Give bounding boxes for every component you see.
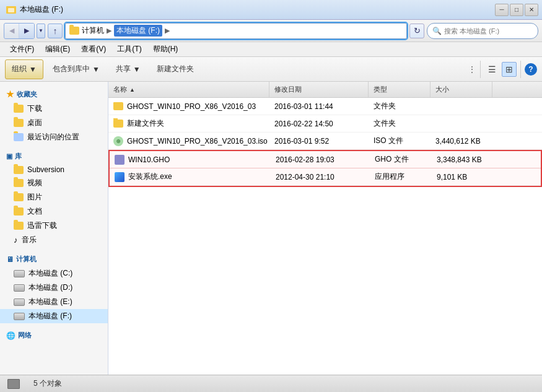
sidebar-item-recent[interactable]: 最近访问的位置 <box>0 130 108 144</box>
music-icon: ♪ <box>14 235 18 245</box>
toolbar: 组织 ▼ 包含到库中 ▼ 共享 ▼ 新建文件夹 ⋮ ☰ ⊞ ? <box>0 57 542 82</box>
menu-view[interactable]: 查看(V) <box>76 43 111 56</box>
up-button[interactable]: ↑ <box>48 24 63 38</box>
drive-icon <box>14 270 25 277</box>
nav-dropdown-button[interactable]: ▼ <box>37 24 45 38</box>
help-button[interactable]: ? <box>525 63 537 76</box>
sidebar-network-title[interactable]: 🌐 网络 <box>0 328 108 342</box>
sidebar-item-video[interactable]: 视频 <box>0 176 108 190</box>
forward-button[interactable]: ▶ <box>19 24 34 38</box>
toolbar-separator-2 <box>520 61 521 78</box>
sidebar-item-desktop[interactable]: 桌面 <box>0 116 108 130</box>
col-header-size[interactable]: 大小 <box>431 82 492 97</box>
folder-icon <box>14 119 24 127</box>
network-icon: 🌐 <box>6 331 15 340</box>
include-library-arrow: ▼ <box>92 65 100 74</box>
file-type-cell: ISO 文件 <box>369 136 431 146</box>
menu-help[interactable]: 帮助(H) <box>148 43 183 56</box>
sidebar-favorites-title[interactable]: ★ 收藏夹 <box>0 87 108 102</box>
sidebar-section-libraries: ▣ 库 Subversion 视频 图片 文档 迅雷下载 <box>0 149 108 247</box>
path-computer: 计算机 <box>82 25 104 36</box>
main-area: ★ 收藏夹 下载 桌面 最近访问的位置 ▣ 库 <box>0 82 542 375</box>
organize-label: 组织 <box>12 64 27 74</box>
file-type-cell: GHO 文件 <box>370 154 432 165</box>
menu-tools[interactable]: 工具(T) <box>112 43 146 56</box>
sidebar-computer-title[interactable]: 🖥 计算机 <box>0 252 108 266</box>
menu-bar: 文件(F) 编辑(E) 查看(V) 工具(T) 帮助(H) <box>0 42 542 57</box>
sidebar-item-drive-e[interactable]: 本地磁盘 (E:) <box>0 295 108 309</box>
address-bar: ◀ ▶ ▼ ↑ 计算机 ▶ 本地磁盘 (F:) ▶ ↻ 🔍 <box>0 20 542 42</box>
share-button[interactable]: 共享 ▼ <box>109 59 147 79</box>
table-row[interactable]: WIN10.GHO 2016-02-28 19:03 GHO 文件 3,348,… <box>110 151 541 168</box>
highlighted-group: WIN10.GHO 2016-02-28 19:03 GHO 文件 3,348,… <box>108 150 542 187</box>
gho-icon <box>115 155 125 165</box>
sidebar-libraries-title[interactable]: ▣ 库 <box>0 149 108 163</box>
path-separator-1: ▶ <box>107 27 111 35</box>
include-library-button[interactable]: 包含到库中 ▼ <box>46 59 107 79</box>
file-date-cell: 2012-04-30 21:10 <box>271 173 370 181</box>
col-header-type[interactable]: 类型 <box>369 82 431 97</box>
computer-icon-sm: 🖥 <box>6 255 14 264</box>
path-separator-2: ▶ <box>165 27 170 35</box>
folder-icon <box>113 120 123 128</box>
sidebar-item-thunder[interactable]: 迅雷下载 <box>0 219 108 233</box>
sidebar-item-drive-f[interactable]: 本地磁盘 (F:) <box>0 309 108 323</box>
maximize-button[interactable]: □ <box>510 4 523 16</box>
file-size-cell: 3,348,843 KB <box>432 155 494 164</box>
file-list: 名称 ▲ 修改日期 类型 大小 GHOST_WIN10_PRO_X86_V201… <box>108 82 542 375</box>
view-list-button[interactable]: ☰ <box>484 62 499 77</box>
table-row[interactable]: GHOST_WIN10_PRO_X86_V2016_03 2016-03-01 … <box>108 98 542 115</box>
sidebar-item-drive-d[interactable]: 本地磁盘 (D:) <box>0 281 108 295</box>
file-date-cell: 2016-03-01 11:44 <box>269 102 369 111</box>
table-row[interactable]: 安装系统.exe 2012-04-30 21:10 应用程序 9,101 KB <box>110 168 541 186</box>
refresh-button[interactable]: ↻ <box>409 24 424 38</box>
sidebar-section-computer: 🖥 计算机 本地磁盘 (C:) 本地磁盘 (D:) 本地磁盘 (E:) 本地磁盘… <box>0 252 108 323</box>
sidebar-section-network: 🌐 网络 <box>0 328 108 342</box>
col-header-name[interactable]: 名称 ▲ <box>108 82 269 97</box>
search-input[interactable] <box>444 27 533 35</box>
file-name-cell: GHOST_WIN10_PRO_X86_V2016_03 <box>108 102 269 111</box>
file-list-header: 名称 ▲ 修改日期 类型 大小 <box>108 82 542 98</box>
search-box[interactable]: 🔍 <box>427 23 538 39</box>
share-arrow: ▼ <box>133 65 141 74</box>
new-folder-button[interactable]: 新建文件夹 <box>150 59 201 79</box>
title-bar-left: 本地磁盘 (F:) <box>6 4 63 15</box>
search-icon: 🔍 <box>432 27 442 35</box>
toolbar-dots: ⋮ <box>468 64 476 74</box>
col-header-date[interactable]: 修改日期 <box>269 82 369 97</box>
drive-icon <box>14 313 25 320</box>
file-date-cell: 2016-02-22 14:50 <box>269 120 369 128</box>
status-bar: 5 个对象 <box>0 375 542 392</box>
minimize-button[interactable]: ─ <box>495 4 509 16</box>
address-path[interactable]: 计算机 ▶ 本地磁盘 (F:) ▶ <box>65 23 407 39</box>
file-name-cell: 新建文件夹 <box>108 118 269 129</box>
sort-arrow: ▲ <box>129 87 135 93</box>
folder-icon <box>14 166 24 174</box>
file-name-cell: 安装系统.exe <box>110 172 271 182</box>
sidebar-item-pictures[interactable]: 图片 <box>0 190 108 204</box>
view-detail-button[interactable]: ⊞ <box>502 62 517 77</box>
folder-icon <box>14 133 24 141</box>
table-row[interactable]: ◎ GHOST_WIN10_PRO_X86_V2016_03.iso 2016-… <box>108 133 542 150</box>
back-button[interactable]: ◀ <box>4 24 19 38</box>
organize-arrow: ▼ <box>29 65 37 74</box>
sidebar-section-favorites: ★ 收藏夹 下载 桌面 最近访问的位置 <box>0 87 108 144</box>
library-icon: ▣ <box>6 152 12 160</box>
close-button[interactable]: ✕ <box>525 4 538 16</box>
menu-file[interactable]: 文件(F) <box>5 43 39 56</box>
title-bar-controls: ─ □ ✕ <box>495 4 538 16</box>
sidebar-item-drive-c[interactable]: 本地磁盘 (C:) <box>0 266 108 281</box>
sidebar-item-download[interactable]: 下载 <box>0 102 108 116</box>
file-type-cell: 文件夹 <box>369 101 431 111</box>
nav-buttons: ◀ ▶ <box>4 23 35 39</box>
drive-icon <box>14 298 25 306</box>
sidebar-item-music[interactable]: ♪ 音乐 <box>0 233 108 247</box>
menu-edit[interactable]: 编辑(E) <box>40 43 75 56</box>
folder-icon <box>14 207 24 216</box>
organize-button[interactable]: 组织 ▼ <box>5 59 43 79</box>
sidebar-item-documents[interactable]: 文档 <box>0 204 108 219</box>
status-count: 5 个对象 <box>33 378 62 389</box>
sidebar-item-subversion[interactable]: Subversion <box>0 163 108 176</box>
window-icon <box>6 5 16 15</box>
table-row[interactable]: 新建文件夹 2016-02-22 14:50 文件夹 <box>108 115 542 133</box>
